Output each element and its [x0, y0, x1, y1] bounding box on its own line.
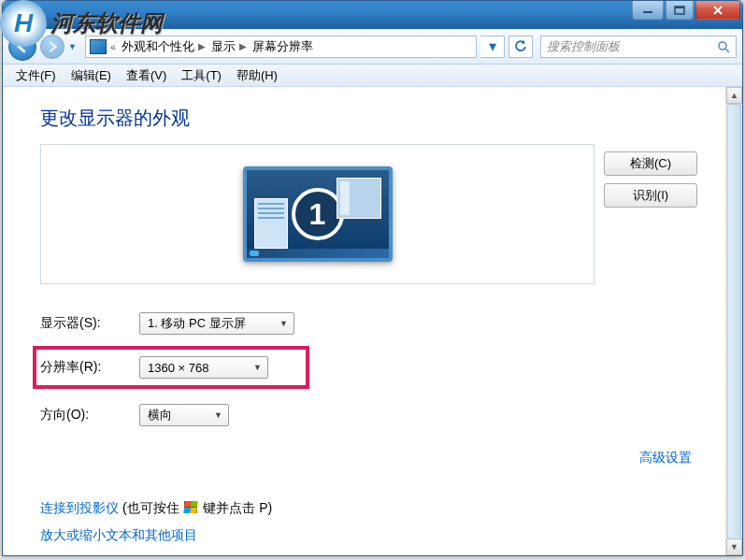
chevron-down-icon: ▼: [253, 363, 262, 372]
windows-key-icon: [184, 501, 197, 513]
preview-window-icon: [337, 178, 381, 219]
menu-bar: 文件(F) 编辑(E) 查看(V) 工具(T) 帮助(H): [3, 65, 742, 87]
orientation-select[interactable]: 横向▼: [139, 404, 229, 426]
search-icon: [717, 40, 730, 53]
chevron-right-icon[interactable]: ▶: [198, 41, 206, 51]
text-size-link[interactable]: 放大或缩小文本和其他项目: [40, 527, 197, 542]
breadcrumb-overflow[interactable]: «: [110, 41, 116, 52]
vertical-scrollbar[interactable]: ▲ ▼: [725, 87, 742, 555]
display-label: 显示器(S):: [40, 315, 139, 332]
maximize-button[interactable]: [666, 1, 694, 20]
nav-forward-button[interactable]: [40, 35, 64, 59]
page-title: 更改显示器的外观: [40, 106, 697, 131]
menu-tools[interactable]: 工具(T): [174, 65, 229, 86]
projector-hint-text: (也可按住: [119, 500, 182, 515]
display-preview-box[interactable]: 1: [40, 144, 595, 284]
svg-point-3: [719, 42, 726, 50]
breadcrumb-seg-resolution[interactable]: 屏幕分辨率: [252, 38, 313, 55]
menu-file[interactable]: 文件(F): [8, 65, 64, 86]
address-bar[interactable]: « 外观和个性化▶ 显示▶ 屏幕分辨率: [85, 36, 477, 58]
minimize-button[interactable]: [632, 1, 664, 20]
scroll-down-button[interactable]: ▼: [726, 538, 742, 555]
scroll-thumb[interactable]: [727, 104, 741, 543]
chevron-down-icon: ▼: [279, 319, 288, 328]
search-placeholder: 搜索控制面板: [547, 38, 620, 55]
monitor-thumbnail[interactable]: 1: [243, 166, 393, 262]
menu-edit[interactable]: 编辑(E): [64, 65, 119, 86]
preview-taskbar: [247, 249, 389, 258]
detect-button[interactable]: 检测(C): [604, 151, 697, 176]
address-dropdown-button[interactable]: ▾: [480, 36, 505, 58]
refresh-button[interactable]: [509, 36, 533, 58]
identify-button[interactable]: 识别(I): [604, 183, 697, 208]
close-button[interactable]: [695, 1, 740, 20]
menu-view[interactable]: 查看(V): [119, 65, 174, 86]
control-panel-window: ▼ « 外观和个性化▶ 显示▶ 屏幕分辨率 ▾ 搜索控制面板 文件(F) 编辑(…: [2, 0, 743, 556]
svg-rect-2: [675, 7, 684, 8]
orientation-label: 方向(O):: [40, 407, 139, 424]
content-area: 更改显示器的外观 1 检测(C) 识别(I) 显示器(S):: [3, 87, 742, 555]
svg-line-4: [725, 49, 729, 52]
menu-help[interactable]: 帮助(H): [229, 65, 285, 86]
display-select[interactable]: 1. 移动 PC 显示屏▼: [139, 312, 294, 335]
window-titlebar[interactable]: [3, 1, 742, 29]
scroll-up-button[interactable]: ▲: [726, 87, 742, 104]
resolution-select[interactable]: 1360 × 768▼: [139, 356, 268, 379]
nav-history-dropdown[interactable]: ▼: [68, 42, 81, 51]
breadcrumb-seg-appearance[interactable]: 外观和个性化: [122, 38, 194, 55]
search-input[interactable]: 搜索控制面板: [540, 36, 737, 58]
projector-link[interactable]: 连接到投影仪: [40, 500, 119, 515]
chevron-down-icon: ▼: [214, 410, 222, 420]
explorer-nav: ▼ « 外观和个性化▶ 显示▶ 屏幕分辨率 ▾ 搜索控制面板: [3, 29, 742, 65]
nav-back-button[interactable]: [8, 33, 36, 61]
resolution-highlight: 分辨率(R): 1360 × 768▼: [33, 346, 309, 389]
preview-window-icon: [254, 198, 288, 249]
chevron-right-icon[interactable]: ▶: [239, 41, 247, 51]
breadcrumb-seg-display[interactable]: 显示: [211, 38, 236, 55]
projector-hint-text2: 键并点击 P): [199, 500, 272, 515]
advanced-settings-link[interactable]: 高级设置: [639, 450, 692, 465]
resolution-label: 分辨率(R):: [40, 359, 139, 376]
control-panel-icon: [90, 39, 107, 54]
svg-rect-0: [643, 11, 652, 13]
